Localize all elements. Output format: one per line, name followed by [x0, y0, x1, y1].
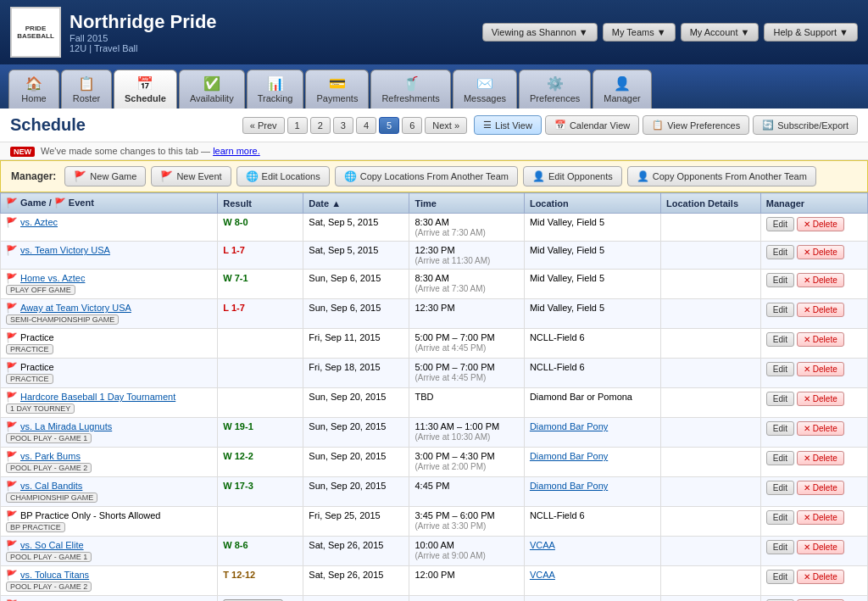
location-link[interactable]: Diamond Bar Pony — [530, 481, 608, 491]
page-4-button[interactable]: 4 — [356, 117, 376, 134]
event-link[interactable]: vs. Aztec — [20, 217, 58, 227]
arrive-time: (Arrive at 2:00 PM) — [415, 462, 486, 471]
location-link[interactable]: VCAA — [530, 540, 555, 550]
delete-button[interactable]: ✕ Delete — [797, 451, 844, 465]
tab-messages[interactable]: ✉️ Messages — [453, 70, 517, 109]
delete-button[interactable]: ✕ Delete — [797, 540, 844, 554]
event-link[interactable]: Home vs. Aztec — [20, 273, 85, 283]
calendar-view-button[interactable]: 📅 Calendar View — [545, 115, 639, 135]
location-cell: NCLL-Field 6 — [524, 329, 660, 359]
delete-button[interactable]: ✕ Delete — [797, 570, 844, 584]
location-link[interactable]: VCAA — [530, 570, 555, 580]
location-cell: VCAA — [524, 596, 660, 602]
edit-button[interactable]: Edit — [766, 273, 794, 287]
tab-schedule[interactable]: 📅 Schedule — [114, 70, 177, 109]
new-game-button[interactable]: 🚩 New Game — [64, 166, 146, 186]
delete-button[interactable]: ✕ Delete — [797, 303, 844, 317]
edit-button[interactable]: Edit — [766, 570, 794, 584]
delete-button[interactable]: ✕ Delete — [797, 273, 844, 287]
event-link[interactable]: vs. Team Victory USA — [20, 245, 110, 255]
edit-button[interactable]: Edit — [766, 481, 794, 495]
table-row: 🚩vs. So Cal ElitePOOL PLAY - GAME 1W 8-6… — [1, 537, 868, 566]
new-event-flag-icon: 🚩 — [160, 170, 173, 182]
location-cell: VCAA — [524, 566, 660, 596]
copy-opponents-button[interactable]: 👤 Copy Opponents From Another Team — [627, 166, 816, 186]
my-account-button[interactable]: My Account ▼ — [681, 23, 760, 42]
tab-roster[interactable]: 📋 Roster — [61, 70, 112, 109]
edit-button[interactable]: Edit — [766, 332, 794, 347]
list-view-button[interactable]: ☰ List View — [474, 115, 542, 135]
event-link[interactable]: Hardcore Baseball 1 Day Tournament — [20, 392, 175, 402]
time-cell: 11:30 AM – 1:00 PM(Arrive at 10:30 AM) — [409, 418, 524, 448]
event-cell: 🚩vs. North Valley TitansPLAY OFF - SINGL… — [1, 596, 218, 602]
green-flag-icon: 🚩 — [6, 362, 18, 372]
edit-button[interactable]: Edit — [766, 510, 794, 525]
view-prefs-icon: 📋 — [652, 120, 664, 131]
date-cell: Sun, Sep 20, 2015 — [303, 448, 409, 477]
tab-home[interactable]: 🏠 Home — [8, 70, 59, 109]
edit-button[interactable]: Edit — [766, 451, 794, 465]
tab-availability[interactable]: ✅ Availability — [179, 70, 245, 109]
help-support-button[interactable]: Help & Support ▼ — [764, 23, 858, 42]
tab-payments[interactable]: 💳 Payments — [305, 70, 369, 109]
event-link[interactable]: vs. Toluca Titans — [20, 570, 89, 580]
event-link[interactable]: vs. La Mirada Lugnuts — [20, 421, 112, 431]
edit-locations-button[interactable]: 🌐 Edit Locations — [236, 166, 330, 186]
page-3-button[interactable]: 3 — [333, 117, 353, 134]
delete-button[interactable]: ✕ Delete — [797, 217, 844, 231]
new-event-button[interactable]: 🚩 New Event — [151, 166, 231, 186]
delete-button[interactable]: ✕ Delete — [797, 510, 844, 525]
location-cell: Mid Valley, Field 5 — [524, 214, 660, 242]
edit-button[interactable]: Edit — [766, 540, 794, 554]
next-button[interactable]: Next » — [425, 117, 467, 134]
date-cell: Sat, Sep 5, 2015 — [303, 242, 409, 270]
edit-button[interactable]: Edit — [766, 303, 794, 317]
red-flag-icon: 🚩 — [6, 217, 18, 227]
delete-button[interactable]: ✕ Delete — [797, 245, 844, 259]
arrive-time: (Arrive at 7:30 AM) — [415, 228, 485, 237]
edit-locations-globe-icon: 🌐 — [246, 170, 259, 182]
viewing-as-button[interactable]: Viewing as Shannon ▼ — [482, 23, 598, 42]
action-buttons: Edit✕ Delete — [766, 273, 862, 287]
action-buttons: Edit✕ Delete — [766, 362, 862, 376]
pagination: « Prev 1 2 3 4 5 6 Next » — [242, 117, 467, 134]
learn-more-link[interactable]: learn more. — [213, 146, 260, 156]
tab-preferences[interactable]: ⚙️ Preferences — [519, 70, 591, 109]
edit-button[interactable]: Edit — [766, 421, 794, 436]
location-link[interactable]: Diamond Bar Pony — [530, 451, 608, 461]
col-game-event: 🚩 Game / 🚩 Event — [1, 193, 218, 214]
delete-button[interactable]: ✕ Delete — [797, 332, 844, 347]
delete-button[interactable]: ✕ Delete — [797, 421, 844, 436]
location-link[interactable]: Diamond Bar Pony — [530, 421, 608, 431]
delete-button[interactable]: ✕ Delete — [797, 481, 844, 495]
edit-button[interactable]: Edit — [766, 245, 794, 259]
manager-cell: Edit✕ Delete — [760, 214, 867, 242]
event-badge: POOL PLAY - GAME 1 — [6, 433, 92, 443]
tab-manager[interactable]: 👤 Manager — [593, 70, 651, 109]
event-link[interactable]: Away at Team Victory USA — [20, 303, 131, 313]
page-1-button[interactable]: 1 — [287, 117, 308, 134]
event-link[interactable]: vs. So Cal Elite — [20, 540, 84, 550]
page-6-button[interactable]: 6 — [402, 117, 422, 134]
delete-button[interactable]: ✕ Delete — [797, 392, 844, 406]
event-link[interactable]: vs. Cal Bandits — [20, 481, 82, 491]
event-link[interactable]: vs. Park Bums — [20, 451, 81, 461]
tab-tracking[interactable]: 📊 Tracking — [247, 70, 304, 109]
tab-refreshments[interactable]: 🥤 Refreshments — [370, 70, 450, 109]
prev-button[interactable]: « Prev — [242, 117, 285, 134]
copy-locations-button[interactable]: 🌐 Copy Locations From Another Team — [335, 166, 518, 186]
col-manager: Manager — [760, 193, 867, 214]
page-5-button[interactable]: 5 — [379, 117, 399, 134]
view-preferences-button[interactable]: 📋 View Preferences — [643, 115, 749, 135]
col-result: Result — [218, 193, 303, 214]
page-2-button[interactable]: 2 — [310, 117, 331, 134]
my-teams-button[interactable]: My Teams ▼ — [603, 23, 676, 42]
edit-button[interactable]: Edit — [766, 392, 794, 406]
edit-opponents-button[interactable]: 👤 Edit Opponents — [523, 166, 622, 186]
edit-button[interactable]: Edit — [766, 217, 794, 231]
arrive-time: (Arrive at 4:45 PM) — [415, 373, 486, 382]
delete-button[interactable]: ✕ Delete — [797, 362, 844, 376]
subscribe-export-button[interactable]: 🔄 Subscribe/Export — [753, 115, 858, 135]
edit-button[interactable]: Edit — [766, 362, 794, 376]
refreshments-icon: 🥤 — [381, 75, 439, 92]
